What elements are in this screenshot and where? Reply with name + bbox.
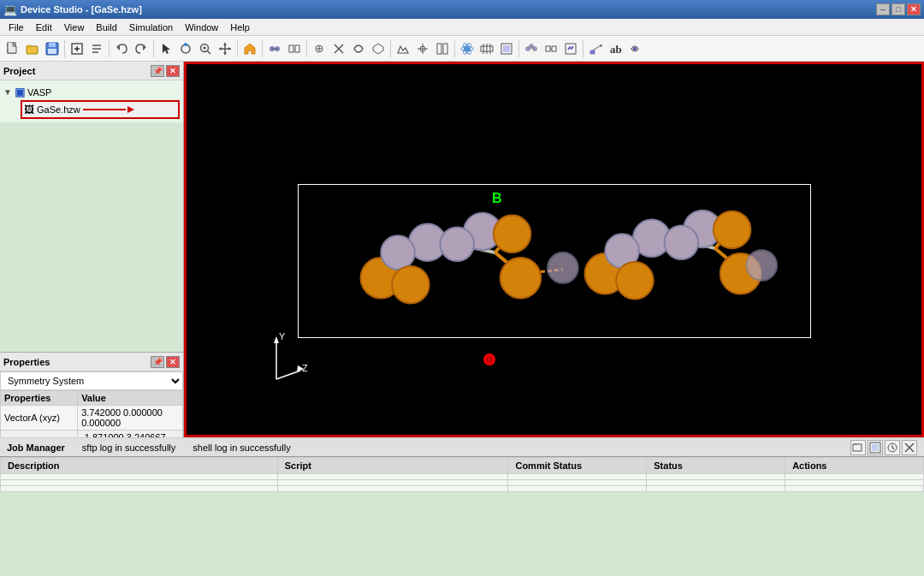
toolbar-atoms[interactable] [458, 39, 477, 58]
svg-marker-15 [223, 43, 227, 45]
svg-rect-33 [437, 44, 441, 54]
menu-help[interactable]: Help [225, 21, 255, 34]
toolbar-btn-2[interactable] [87, 39, 106, 58]
project-header-icons: 📌 ✕ [151, 65, 180, 77]
job-commit [508, 480, 647, 486]
toolbar-home[interactable] [240, 39, 259, 58]
toolbar-b11[interactable] [477, 39, 496, 58]
toolbar-sep-6 [306, 40, 307, 57]
title-bar-title: Device Studio - [GaSe.hzw] [21, 4, 142, 15]
toolbar-b3[interactable] [310, 39, 329, 58]
job-status [647, 486, 785, 492]
project-panel: Project 📌 ✕ ▼ ▣ VASP 🖼 G [0, 62, 183, 353]
svg-marker-29 [373, 44, 383, 54]
toolbar-sep-5 [262, 40, 263, 57]
toolbar-btn-1[interactable] [68, 39, 86, 58]
toolbar-sep-9 [518, 40, 519, 57]
svg-rect-22 [289, 45, 293, 52]
tree-item-vasp[interactable]: ▼ ▣ VASP [3, 84, 180, 100]
status-icon-2[interactable] [868, 440, 883, 455]
toolbar-b14[interactable] [542, 39, 560, 58]
toolbar-text[interactable]: ab [606, 39, 625, 58]
properties-dropdown[interactable]: Symmetry System [0, 371, 183, 390]
status-shell: shell log in successfully [192, 442, 290, 453]
toolbar-b13[interactable] [522, 39, 541, 58]
toolbar: ab [0, 36, 924, 62]
toolbar-b15[interactable] [561, 39, 580, 58]
toolbar-b4[interactable] [329, 39, 348, 58]
svg-rect-102 [872, 444, 879, 451]
svg-point-82 [392, 266, 429, 304]
menu-build[interactable]: Build [91, 21, 121, 34]
menu-simulation[interactable]: Simulation [124, 21, 178, 34]
svg-text:Y: Y [279, 331, 286, 341]
tree-label-vasp: VASP [27, 87, 52, 98]
status-icon-1[interactable] [850, 440, 866, 455]
tree-expand-vasp: ▼ [3, 87, 12, 97]
svg-point-89 [714, 211, 751, 249]
menu-edit[interactable]: Edit [31, 21, 57, 34]
svg-marker-16 [223, 52, 227, 55]
title-bar-left: 💻 Device Studio - [GaSe.hzw] [3, 3, 142, 16]
toolbar-b8[interactable] [413, 39, 432, 58]
toolbar-open[interactable] [23, 39, 42, 58]
svg-rect-50 [546, 46, 550, 51]
svg-rect-4 [49, 43, 56, 47]
job-actions [785, 480, 924, 486]
svg-rect-2 [27, 45, 32, 47]
svg-rect-44 [503, 45, 510, 52]
status-bar: Job Manager sftp log in successfully she… [0, 437, 924, 456]
bottom-area: Job Manager sftp log in successfully she… [0, 437, 924, 576]
properties-panel: Properties 📌 ✕ Symmetry System Propertie… [0, 353, 183, 437]
project-pin-button[interactable]: 📌 [151, 65, 164, 77]
gase-icon: 🖼 [24, 104, 34, 116]
toolbar-zoom[interactable] [196, 39, 215, 58]
properties-pin-button[interactable]: 📌 [151, 356, 164, 368]
col-actions: Actions [785, 458, 924, 474]
table-row: VectorA (xyz)3.742000 0.000000 0.000000 [1, 406, 183, 431]
menu-view[interactable]: View [59, 21, 90, 34]
job-manager: Description Script Commit Status Status … [0, 456, 924, 576]
toolbar-rotate[interactable] [176, 39, 195, 58]
svg-rect-5 [48, 49, 56, 54]
col-value: Value [78, 391, 183, 406]
toolbar-undo[interactable] [112, 39, 131, 58]
status-icon-4[interactable] [902, 440, 917, 455]
restore-button[interactable]: □ [891, 3, 905, 15]
toolbar-b7[interactable] [394, 39, 412, 58]
col-status: Status [647, 458, 785, 474]
properties-close-button[interactable]: ✕ [166, 356, 180, 368]
menu-window[interactable]: Window [180, 21, 223, 34]
project-close-button[interactable]: ✕ [166, 65, 180, 77]
toolbar-select[interactable] [157, 39, 175, 58]
col-commit-status: Commit Status [508, 458, 647, 474]
toolbar-b2[interactable] [285, 39, 304, 58]
svg-rect-23 [295, 45, 299, 52]
toolbar-b6[interactable] [369, 39, 388, 58]
toolbar-b5[interactable] [349, 39, 368, 58]
arrow-right-indicator [83, 104, 134, 115]
toolbar-b16[interactable] [586, 39, 605, 58]
toolbar-b1[interactable] [265, 39, 284, 58]
toolbar-sep-7 [390, 40, 391, 57]
job-script [277, 474, 508, 480]
toolbar-save[interactable] [43, 39, 62, 58]
toolbar-pan[interactable] [216, 39, 234, 58]
menu-file[interactable]: File [3, 21, 29, 34]
toolbar-new[interactable] [3, 39, 22, 58]
project-header: Project 📌 ✕ [0, 62, 183, 80]
job-commit [508, 486, 647, 492]
svg-point-88 [665, 225, 699, 259]
toolbar-redo[interactable] [132, 39, 151, 58]
toolbar-sep-2 [109, 40, 110, 57]
toolbar-b12[interactable] [497, 39, 516, 58]
toolbar-b9[interactable] [433, 39, 452, 58]
svg-rect-55 [590, 50, 595, 54]
title-bar: 💻 Device Studio - [GaSe.hzw] ─ □ ✕ [0, 0, 924, 19]
status-icon-3[interactable] [885, 440, 900, 455]
tree-item-gase[interactable]: 🖼 GaSe.hzw [21, 100, 180, 119]
toolbar-b18[interactable] [625, 39, 644, 58]
minimize-button[interactable]: ─ [876, 3, 890, 15]
job-status [647, 474, 785, 480]
close-button[interactable]: ✕ [907, 3, 921, 15]
